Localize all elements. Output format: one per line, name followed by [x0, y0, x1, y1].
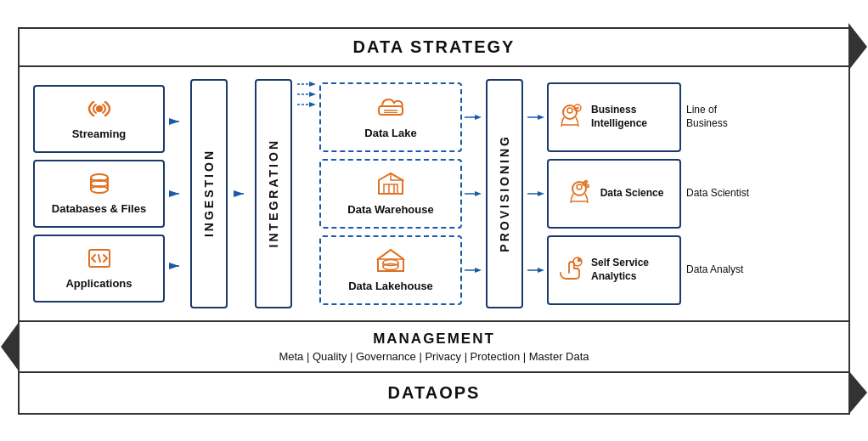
right-label-analyst: Data Analyst [686, 235, 758, 305]
storage-datalake: Data Lake [319, 82, 462, 152]
svg-marker-24 [391, 173, 403, 180]
source-to-ingestion-arrows [165, 79, 189, 308]
svg-line-5 [99, 255, 100, 262]
database-icon [86, 172, 113, 199]
dashed-arrow-2 [297, 89, 316, 99]
storage-column: Data Lake Data Warehouse [319, 79, 462, 308]
pc-arrow-1 [527, 112, 544, 122]
svg-marker-29 [378, 250, 403, 259]
svg-point-52 [577, 184, 582, 189]
consumer-selfservice: Self Service Analytics [547, 235, 681, 305]
integration-to-storage-arrows [294, 79, 319, 110]
source-applications-label: Applications [65, 277, 132, 290]
selfservice-label: Self Service Analytics [591, 257, 673, 283]
middle-arrow [234, 189, 249, 199]
management-subtitle: Meta | Quality | Governance | Privacy | … [279, 350, 589, 363]
arrow-right-3 [169, 261, 184, 271]
pc-arrow-2 [527, 189, 544, 199]
dataops-banner: DATAOPS [20, 373, 848, 413]
datalake-icon [375, 94, 406, 123]
pc-arrow-3 [527, 265, 544, 275]
datascience-label: Data Science [600, 187, 664, 201]
sp-arrow-3 [465, 265, 482, 275]
ingestion-band: INGESTION [190, 79, 228, 308]
right-label-scientist: Data Scientist [686, 159, 758, 229]
source-streaming: Streaming [33, 85, 165, 153]
provisioning-band: PROVISIONING [486, 79, 523, 308]
arrow-right-1 [169, 116, 184, 127]
storage-lakehouse: Data Lakehouse [319, 235, 462, 305]
dashed-arrow-3 [297, 99, 316, 110]
ingestion-label: INGESTION [202, 149, 216, 237]
storage-warehouse: Data Warehouse [319, 159, 462, 229]
integration-label: INTEGRATION [267, 139, 280, 247]
svg-point-50 [577, 106, 579, 109]
source-databases: Databases & Files [33, 160, 165, 228]
storage-to-provisioning-arrows [462, 79, 484, 308]
main-content-area: Streaming Databases & Files [20, 67, 848, 322]
svg-marker-37 [475, 191, 482, 196]
management-banner: MANAGEMENT Meta | Quality | Governance |… [20, 322, 848, 373]
right-labels: Line of Business Data Scientist Data Ana… [681, 79, 758, 308]
source-streaming-label: Streaming [72, 127, 127, 140]
svg-point-33 [383, 264, 398, 270]
integration-band: INTEGRATION [255, 79, 292, 308]
management-title: MANAGEMENT [373, 331, 495, 348]
dataops-title: DATAOPS [388, 383, 481, 403]
svg-marker-19 [309, 102, 316, 107]
bi-icon [555, 103, 584, 132]
science-icon [565, 179, 594, 208]
top-banner-title: DATA STRATEGY [353, 37, 516, 57]
provisioning-to-consumers-arrows [525, 79, 547, 308]
svg-marker-35 [475, 115, 482, 120]
ingestion-to-integration-arrow [229, 79, 253, 308]
top-banner: DATA STRATEGY [20, 29, 848, 67]
source-databases-label: Databases & Files [52, 202, 146, 215]
consumer-bi: Business Intelligence [547, 82, 681, 152]
consumer-datascience: Data Science [547, 159, 681, 229]
warehouse-label: Data Warehouse [347, 203, 433, 216]
svg-rect-25 [384, 184, 397, 194]
sp-arrow-2 [465, 189, 482, 199]
analytics-icon [555, 256, 584, 285]
svg-point-0 [96, 105, 103, 112]
warehouse-icon [375, 171, 406, 200]
datalake-label: Data Lake [364, 127, 416, 139]
provisioning-label: PROVISIONING [498, 134, 511, 252]
streaming-icon [86, 97, 113, 124]
svg-marker-15 [309, 82, 316, 87]
svg-point-55 [586, 184, 589, 187]
dashed-arrow-1 [297, 79, 316, 89]
right-label-lob: Line of Business [686, 82, 758, 152]
svg-marker-43 [538, 191, 544, 196]
diagram-container: DATA STRATEGY Streaming [18, 27, 850, 415]
bi-label: Business Intelligence [591, 104, 673, 130]
source-applications: Applications [33, 235, 165, 302]
svg-marker-41 [538, 115, 544, 120]
arrow-right-2 [169, 189, 184, 199]
svg-marker-17 [309, 92, 316, 97]
svg-marker-28 [378, 250, 403, 271]
lakehouse-label: Data Lakehouse [348, 280, 433, 292]
svg-marker-39 [475, 268, 482, 273]
svg-point-47 [567, 108, 572, 113]
consumers-column: Business Intelligence [547, 79, 681, 308]
code-icon [86, 246, 113, 274]
svg-point-56 [584, 180, 587, 183]
svg-marker-45 [538, 268, 544, 273]
sources-column: Streaming Databases & Files [33, 79, 165, 308]
lakehouse-icon [375, 247, 406, 276]
sp-arrow-1 [465, 112, 482, 122]
